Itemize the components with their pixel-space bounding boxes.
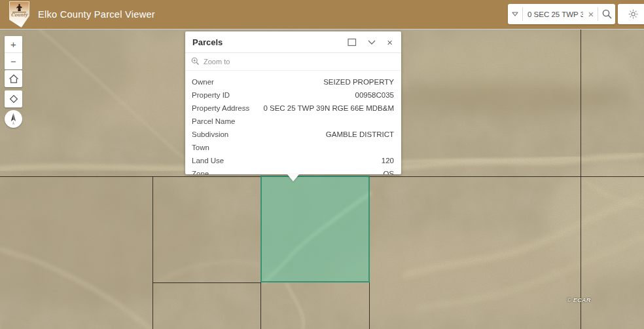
parcel-grid-line (260, 281, 261, 329)
page-title: Elko County Parcel Viewer (38, 9, 155, 20)
parcel-grid-line (369, 281, 370, 329)
field-value: 0 SEC 25 TWP 39N RGE 66E MDB&M (263, 104, 394, 112)
search-submit-button[interactable] (598, 4, 615, 24)
parcel-grid-line (581, 29, 581, 329)
zoom-to-icon (191, 57, 200, 66)
brightness-settings-button[interactable] (618, 4, 644, 24)
field-label: Property Address (192, 104, 249, 112)
field-row: Zone OS (185, 167, 401, 174)
zoom-in-button[interactable]: + (5, 36, 22, 52)
parcel-grid-line (152, 282, 261, 283)
popup-pointer (287, 174, 299, 182)
default-extent-button[interactable] (5, 90, 22, 107)
popup-actions: × (348, 37, 393, 47)
field-label: Subdivsion (192, 130, 228, 138)
chevron-down-icon (368, 40, 376, 45)
logo-script-text: County (10, 12, 29, 18)
popup-parcels: Parcels × (185, 31, 401, 174)
elko-county-logo[interactable]: County (9, 1, 29, 28)
popup-close-button[interactable]: × (387, 37, 393, 47)
field-label: Land Use (192, 157, 224, 164)
field-row: Property Address 0 SEC 25 TWP 39N RGE 66… (185, 102, 401, 115)
popup-collapse-button[interactable] (368, 40, 376, 45)
field-label: Property ID (192, 91, 230, 99)
header: County Elko County Parcel Viewer × (0, 0, 644, 29)
compass-button[interactable] (5, 110, 22, 128)
statue-silhouette-icon (16, 4, 22, 11)
search-bar: × (508, 4, 615, 24)
field-value: OS (383, 170, 394, 174)
zoom-controls: + − (5, 36, 22, 69)
home-icon (9, 74, 19, 84)
popup-fields: Owner SEIZED PROPERTY Property ID 00958C… (185, 71, 401, 174)
compass-needle-icon (9, 113, 18, 125)
field-value: 00958C035 (355, 91, 394, 99)
popup-header: Parcels × (185, 31, 401, 53)
zoom-to-label: Zoom to (204, 58, 230, 66)
field-label: Zone (192, 170, 209, 174)
search-input[interactable] (523, 10, 584, 18)
sun-icon (628, 9, 639, 20)
field-row: Subdivsion GAMBLE DISTRICT (185, 128, 401, 141)
dock-icon (348, 38, 357, 47)
popup-title: Parcels (192, 37, 348, 47)
search-icon (601, 9, 613, 20)
field-value: 120 (382, 157, 394, 164)
dropdown-arrow-icon (511, 11, 519, 17)
map-canvas[interactable]: © ECAR + − Pa (0, 29, 644, 329)
selected-parcel-highlight[interactable] (260, 176, 370, 282)
search-source-dropdown[interactable] (508, 4, 522, 24)
app: County Elko County Parcel Viewer × (0, 0, 644, 329)
zoom-to-link[interactable]: Zoom to (185, 53, 401, 71)
home-button[interactable] (5, 70, 22, 87)
nevada-shape-badge: County (9, 1, 29, 28)
field-row: Owner SEIZED PROPERTY (185, 75, 401, 88)
field-row: Property ID 00958C035 (185, 88, 401, 102)
field-row: Town (185, 141, 401, 154)
map-attribution: © ECAR (567, 296, 591, 303)
field-label: Owner (192, 78, 214, 86)
field-row: Parcel Name (185, 115, 401, 128)
field-value: GAMBLE DISTRICT (326, 130, 394, 138)
field-label: Town (192, 144, 209, 151)
field-row: Land Use 120 (185, 154, 401, 167)
field-label: Parcel Name (192, 117, 235, 125)
popup-dock-button[interactable] (348, 38, 357, 47)
diamond-icon (9, 94, 19, 104)
search-clear-button[interactable]: × (584, 4, 598, 24)
field-value: SEIZED PROPERTY (323, 78, 394, 86)
zoom-out-button[interactable]: − (5, 53, 22, 69)
parcel-grid-line (152, 176, 153, 329)
